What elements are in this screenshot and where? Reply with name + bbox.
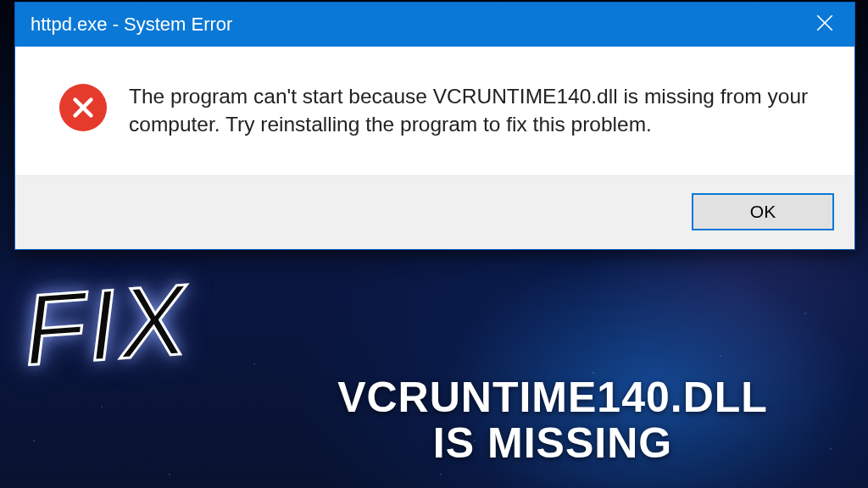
dialog-body: The program can't start because VCRUNTIM… (15, 47, 854, 176)
close-icon (816, 14, 833, 35)
ok-button-label: OK (750, 202, 776, 222)
overlay-caption: VCRUNTIME140.DLL IS MISSING (254, 374, 851, 466)
dialog-footer: OK (15, 176, 854, 249)
ok-button[interactable]: OK (692, 193, 834, 230)
dialog-message: The program can't start because VCRUNTIM… (129, 82, 822, 138)
caption-line-2: IS MISSING (254, 420, 851, 466)
overlay-fix-text: FIX (21, 274, 193, 375)
dialog-titlebar[interactable]: httpd.exe - System Error (15, 3, 854, 47)
dialog-title: httpd.exe - System Error (31, 14, 232, 36)
error-dialog: httpd.exe - System Error The program can… (14, 2, 855, 250)
caption-line-1: VCRUNTIME140.DLL (254, 374, 851, 420)
close-button[interactable] (795, 3, 854, 47)
error-icon (59, 84, 107, 131)
